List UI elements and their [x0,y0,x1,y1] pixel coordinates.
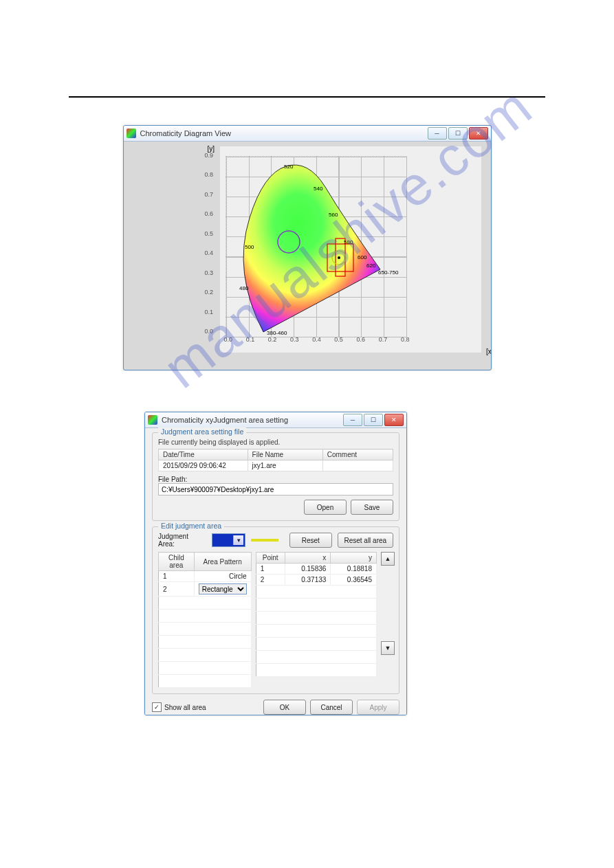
y-tick: 0.7 [205,191,214,198]
dialog-title: Chromaticity xyJudgment area setting [162,416,343,424]
chevron-down-icon: ▼ [233,535,243,545]
point-row[interactable]: 2 0.37133 0.36545 [256,575,376,586]
edit-judgment-group: Edit judgment area Judgment Area: ▼ Rese… [152,526,399,694]
x-tick: 0.5 [334,336,343,343]
point-table: Point x y 1 0.15836 0.18818 2 0.37133 [256,552,377,677]
y-tick: 0.2 [205,289,214,296]
move-down-button[interactable]: ▼ [381,641,395,655]
th-comment: Comment [322,449,393,460]
th-point: Point [256,553,285,564]
th-x: x [285,553,331,564]
yellow-color-swatch [251,539,278,542]
child-row[interactable]: 2 Rectangle [159,582,252,597]
th-filename: File Name [248,449,322,460]
close-button[interactable]: ✕ [469,127,488,140]
cell-y: 0.18818 [331,564,377,575]
file-path-input[interactable] [158,483,393,496]
point-row[interactable]: 1 0.15836 0.18818 [256,564,376,575]
y-tick: 0.8 [205,171,214,178]
wl-label: 650-750 [378,269,399,276]
group1-subtext: File currently being displayed is applie… [158,438,393,446]
th-y: y [331,553,377,564]
x-tick: 0.8 [401,336,410,343]
top-divider [69,96,545,98]
show-all-checkbox[interactable]: ✓ [152,702,162,712]
y-tick: 0.5 [205,230,214,237]
cell-pattern: Circle [194,571,251,582]
cell-child-id: 1 [159,571,195,582]
show-all-checkbox-wrap[interactable]: ✓ Show all area [152,702,206,712]
cancel-button[interactable]: Cancel [310,700,353,715]
y-tick: 0.0 [205,328,214,335]
wl-label: 520 [284,164,294,170]
group2-title: Edit judgment area [158,522,224,530]
y-tick: 0.1 [205,309,214,315]
wl-label: 620 [366,263,376,269]
judgment-area-dialog: Chromaticity xyJudgment area setting ─ ☐… [144,412,407,715]
ok-button[interactable]: OK [263,700,306,715]
cell-child-id: 2 [159,582,195,597]
th-child: Child area [159,553,195,571]
cell-point-id: 2 [256,575,285,586]
cell-x: 0.15836 [285,564,331,575]
dialog-titlebar: Chromaticity xyJudgment area setting ─ ☐… [145,412,406,428]
wl-label: 540 [314,186,323,192]
cell-pattern-select[interactable]: Rectangle [194,582,251,597]
chroma-titlebar: Chromaticity Diagram View ─ ☐ ✕ [124,126,491,142]
x-tick: 0.1 [246,336,255,343]
save-button[interactable]: Save [351,500,393,515]
cell-comment [322,460,393,471]
child-area-table: Child area Area Pattern 1 Circle 2 Recta… [158,552,252,688]
child-row[interactable]: 1 Circle [159,571,252,582]
chromaticity-plot: [y] 0.0 0.1 0.2 0.3 0.4 0.5 0.6 0.7 0.8 … [220,146,481,353]
y-tick: 0.3 [205,269,214,276]
x-tick: 0.0 [224,336,233,343]
th-pattern: Area Pattern [194,553,251,571]
area-color-select[interactable]: ▼ [212,533,246,547]
chromaticity-window: Chromaticity Diagram View ─ ☐ ✕ [y] 0.0 … [123,125,492,370]
cell-point-id: 1 [256,564,285,575]
minimize-button[interactable]: ─ [428,127,447,140]
judgment-area-label: Judgment Area: [158,533,206,548]
y-tick: 0.9 [205,152,214,159]
th-datetime: Date/Time [159,449,248,460]
pattern-dropdown[interactable]: Rectangle [199,583,247,594]
cie-diagram-shape: 380-460 480 500 520 540 560 580 600 620 … [226,156,406,336]
maximize-button[interactable]: ☐ [448,127,468,140]
open-button[interactable]: Open [304,500,347,515]
reset-all-button[interactable]: Reset all area [338,533,393,548]
x-axis-label: [x] [486,348,492,355]
apply-button[interactable]: Apply [357,700,399,715]
cell-filename: jxy1.are [248,460,322,471]
x-tick: 0.3 [290,336,299,343]
close-button[interactable]: ✕ [384,414,404,426]
file-row[interactable]: 2015/09/29 09:06:42 jxy1.are [159,460,393,471]
judgment-file-group: Judgment area setting file File currentl… [152,432,399,521]
minimize-button[interactable]: ─ [343,414,362,426]
chroma-window-title: Chromaticity Diagram View [140,129,428,137]
app-icon [148,415,157,425]
reset-button[interactable]: Reset [289,533,332,548]
app-icon [127,129,136,138]
move-up-button[interactable]: ▲ [381,552,395,566]
x-tick: 0.6 [357,336,366,343]
group1-title: Judgment area setting file [158,427,246,436]
measurement-point [338,256,340,259]
cell-x: 0.37133 [285,575,331,586]
wl-label: 380-460 [267,330,287,336]
cell-y: 0.36545 [331,575,377,586]
wl-label: 580 [344,239,353,245]
x-tick: 0.4 [312,336,321,343]
y-tick: 0.4 [205,249,214,256]
show-all-label: Show all area [164,704,206,711]
x-tick: 0.7 [379,336,388,343]
cell-datetime: 2015/09/29 09:06:42 [159,460,248,471]
file-path-label: File Path: [158,476,393,483]
maximize-button[interactable]: ☐ [364,414,383,426]
y-tick: 0.6 [205,210,214,217]
wl-label: 560 [329,212,338,218]
file-info-table: Date/Time File Name Comment 2015/09/29 0… [158,449,393,471]
x-tick: 0.2 [268,336,277,343]
wl-label: 500 [245,244,254,250]
wl-label: 600 [358,254,367,260]
